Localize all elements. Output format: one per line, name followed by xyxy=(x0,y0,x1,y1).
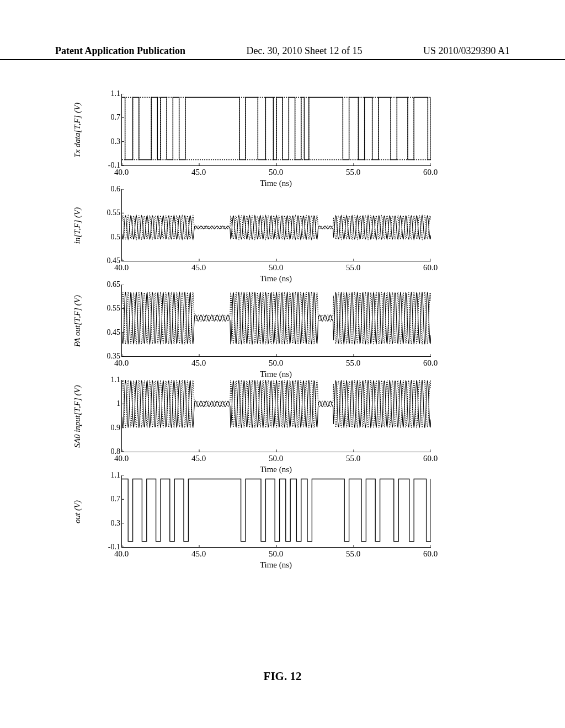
x-tick: 45.0 xyxy=(191,358,206,368)
x-tick: 45.0 xyxy=(191,454,206,463)
x-tick: 40.0 xyxy=(114,168,129,177)
y-tick: 0.55 xyxy=(95,208,120,217)
x-tick: 45.0 xyxy=(191,263,206,272)
x-tick: 40.0 xyxy=(114,454,129,463)
x-tick: 55.0 xyxy=(346,454,360,463)
xlabel: Time (ns) xyxy=(121,274,430,283)
y-ticks: 0.350.450.550.65 xyxy=(95,285,120,357)
chart-1: in[T,F] (V)0.450.50.550.640.045.050.055.… xyxy=(83,189,430,261)
plot-area xyxy=(121,380,431,452)
plot-area xyxy=(121,94,431,166)
y-tick: 1.1 xyxy=(95,89,120,98)
xlabel: Time (ns) xyxy=(121,370,430,379)
ylabel: Tx data[T,F] (V) xyxy=(73,102,82,157)
x-tick: 60.0 xyxy=(423,358,438,368)
xlabel: Time (ns) xyxy=(121,465,430,474)
y-tick: 0.65 xyxy=(95,280,120,289)
chart-4: out (V)-0.10.30.71.140.045.050.055.060.0… xyxy=(83,475,430,548)
y-tick: 0.3 xyxy=(95,137,120,146)
x-tick: 55.0 xyxy=(346,549,360,559)
x-tick: 55.0 xyxy=(346,168,360,177)
y-tick: 0.6 xyxy=(95,185,120,194)
charts-column: Tx data[T,F] (V)-0.10.30.71.140.045.050.… xyxy=(83,94,430,571)
xlabel: Time (ns) xyxy=(121,179,430,188)
x-tick: 60.0 xyxy=(423,263,438,272)
x-tick: 50.0 xyxy=(269,358,283,368)
y-ticks: -0.10.30.71.1 xyxy=(95,94,120,166)
x-tick: 40.0 xyxy=(114,358,129,368)
trace-T xyxy=(122,380,431,428)
y-tick: 0.7 xyxy=(95,113,120,122)
y-tick: 1.1 xyxy=(95,471,120,480)
chart-2: PA out[T,F] (V)0.350.450.550.6540.045.05… xyxy=(83,285,430,357)
x-tick: 60.0 xyxy=(423,168,438,177)
y-tick: 0.9 xyxy=(95,424,120,432)
y-tick: 0.55 xyxy=(95,304,120,313)
plot-area xyxy=(121,189,431,261)
ylabel: PA out[T,F] (V) xyxy=(73,295,82,347)
x-tick: 50.0 xyxy=(269,263,283,272)
x-tick: 50.0 xyxy=(269,454,283,463)
ylabel: in[T,F] (V) xyxy=(73,207,82,243)
y-tick: 0.3 xyxy=(95,519,120,528)
x-tick: 45.0 xyxy=(191,549,206,559)
ylabel: SA0 input[T,F] (V) xyxy=(73,385,82,447)
header-sheet: Dec. 30, 2010 Sheet 12 of 15 xyxy=(247,45,363,57)
y-tick: 0.5 xyxy=(95,233,120,242)
plot-area xyxy=(121,285,431,357)
chart-3: SA0 input[T,F] (V)0.80.911.140.045.050.0… xyxy=(83,380,430,452)
page-header: Patent Application Publication Dec. 30, … xyxy=(0,45,565,60)
y-ticks: -0.10.30.71.1 xyxy=(95,475,120,548)
chart-0: Tx data[T,F] (V)-0.10.30.71.140.045.050.… xyxy=(83,94,430,166)
y-ticks: 0.80.911.1 xyxy=(95,380,120,452)
x-tick: 55.0 xyxy=(346,358,360,368)
plot-area xyxy=(121,475,431,548)
y-tick: 0.7 xyxy=(95,495,120,504)
figure-caption: FIG. 12 xyxy=(0,670,565,683)
trace-F xyxy=(122,98,431,160)
x-tick: 50.0 xyxy=(269,549,283,559)
x-tick: 40.0 xyxy=(114,549,129,559)
x-tick: 60.0 xyxy=(423,549,438,559)
header-publication: Patent Application Publication xyxy=(55,45,185,57)
header-patent-number: US 2010/0329390 A1 xyxy=(423,45,510,57)
x-tick: 60.0 xyxy=(423,454,438,463)
ylabel: out (V) xyxy=(73,500,82,523)
xlabel: Time (ns) xyxy=(121,560,430,570)
trace-out xyxy=(122,479,431,542)
y-ticks: 0.450.50.550.6 xyxy=(95,189,120,261)
y-tick: 1 xyxy=(95,399,120,408)
x-tick: 55.0 xyxy=(346,263,360,272)
x-tick: 40.0 xyxy=(114,263,129,272)
x-tick: 45.0 xyxy=(191,168,206,177)
y-tick: 1.1 xyxy=(95,376,120,384)
x-tick: 50.0 xyxy=(269,168,283,177)
y-tick: 0.45 xyxy=(95,328,120,337)
